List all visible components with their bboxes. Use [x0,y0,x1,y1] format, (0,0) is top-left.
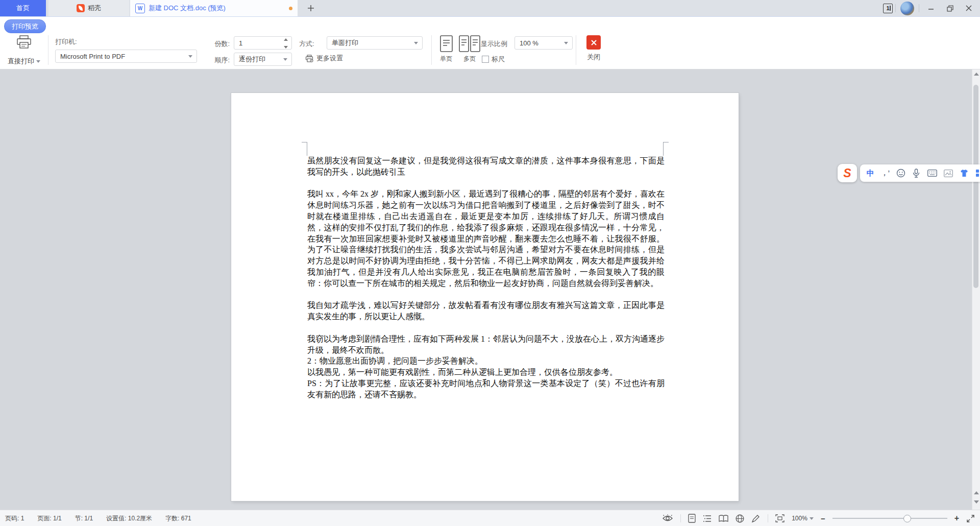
multi-page-button[interactable]: 多页 [458,35,481,63]
skin-icon[interactable] [960,168,969,178]
zoom-slider-track[interactable] [832,518,947,519]
document-paragraph: 我叫 xx，今年 2x 岁，刚和家人搬到新小区，最近遇到了很糟心的事，隔壁的邻居… [307,188,665,289]
page-view-button[interactable] [688,514,696,523]
document-paragraph: 以我愚见，第一种可能更有戏剧性，而第二种从逻辑上更加合理，仅供各位朋友参考。 [307,367,665,378]
wps-print-preview-window: { "colors":{"accent":"#4e71f2","close_re… [0,0,980,526]
scale-select[interactable]: 100 % [514,36,573,50]
document-paragraph: PS：为了让故事更完整，应该还要补充时间地点和人物背景这一类基本设定了（笑）不过… [307,378,665,400]
spin-up-icon [284,38,288,41]
close-preview-button[interactable] [586,35,601,50]
zoom-in-button[interactable]: + [954,514,959,523]
divider [895,4,896,12]
document-paragraph [307,289,665,300]
margin-crop-mark [302,142,307,142]
outline-view-button[interactable] [703,515,712,522]
next-page-icon[interactable] [974,500,979,504]
docer-icon [77,4,85,12]
tab-docer-label: 稻壳 [88,4,101,13]
mode-label: 方式: [299,39,314,49]
vertical-scrollbar[interactable] [972,69,980,510]
keyboard-icon[interactable] [927,168,937,178]
more-settings-button[interactable]: 更多设置 [305,54,343,63]
document-page: 虽然朋友没有回复这一条建议，但是我觉得这很有写成文章的潜质，这件事本身很有意思，… [231,93,739,501]
mode-value: 单面打印 [332,38,358,47]
window-manage-button[interactable]: 1 [883,4,891,13]
zoom-slider-handle[interactable] [903,515,911,522]
multi-page-icon [459,35,480,52]
document-paragraph: 我窃以为考虑到剧情合理性，应有如下两种发展 1：邻居认为问题不大，没放在心上，双… [307,333,665,356]
writer-doc-icon: W [135,4,145,13]
printer-settings-icon [305,55,313,62]
status-word-count: 字数: 671 [165,514,191,523]
mic-icon[interactable] [912,168,920,178]
unsaved-dot-icon [289,7,292,10]
ime-panel: 中 ，’ [860,164,980,182]
copies-stepper[interactable] [282,38,289,49]
margin-crop-mark [663,142,664,156]
tab-docer[interactable]: 稻壳 [48,0,129,16]
status-left: 页码: 1 页面: 1/1 节: 1/1 设置值: 10.2厘米 字数: 671 [0,514,191,523]
status-bar: 页码: 1 页面: 1/1 节: 1/1 设置值: 10.2厘米 字数: 671 [0,510,980,526]
printer-label: 打印机: [55,37,77,46]
single-page-icon [440,35,453,52]
chevron-down-icon [414,42,418,44]
document-paragraph: 2：物业愿意出面协调，把问题一步步妥善解决。 [307,355,665,367]
read-mode-button[interactable] [719,515,728,522]
printer-select[interactable]: Microsoft Print to PDF [55,50,197,63]
zoom-slider[interactable] [832,515,947,522]
edit-mode-button[interactable] [751,514,761,523]
print-preview-label: 打印预览 [12,22,38,31]
scroll-up-icon[interactable] [974,73,979,76]
divider [431,35,432,65]
mode-select[interactable]: 单面打印 [327,36,423,50]
toolbox-icon[interactable] [975,168,980,178]
status-right: 100% − + [662,514,980,523]
zoom-out-button[interactable]: − [821,514,825,523]
chinese-mode-icon[interactable]: 中 [866,168,874,178]
order-select[interactable]: 逐份打印 [234,53,292,66]
fullscreen-button[interactable] [966,514,975,523]
document-paragraph [307,178,665,189]
zoom-level-button[interactable]: 100% [792,515,814,522]
single-page-button[interactable]: 单页 [435,35,457,63]
new-tab-button[interactable] [302,0,320,16]
divider [768,514,768,522]
copies-value: 1 [239,39,242,47]
screenshot-icon[interactable] [944,168,953,178]
chevron-down-icon [188,55,192,58]
restore-button[interactable] [943,3,957,14]
avatar[interactable] [900,2,914,15]
scrollbar-thumb[interactable] [973,85,978,288]
single-page-label: 单页 [440,55,452,63]
minimize-button[interactable] [924,3,938,14]
tab-document[interactable]: W 新建 DOC 文档.doc (预览) [130,0,298,16]
spin-down-icon [284,46,288,49]
eye-protect-button[interactable] [662,514,673,522]
margin-crop-mark [307,142,307,156]
chevron-down-icon [564,42,568,44]
document-paragraph: 虽然朋友没有回复这一条建议，但是我觉得这很有写成文章的潜质，这件事本身很有意思，… [307,155,665,178]
window-count-bar-icon [890,6,891,11]
print-preview-pill[interactable]: 打印预览 [4,19,46,33]
close-x-icon [591,39,597,46]
close-icon [966,5,972,11]
close-window-button[interactable] [962,3,976,14]
divider [680,514,681,522]
window-count-icon: 1 [883,4,893,13]
prev-page-icon[interactable] [974,491,979,494]
document-paragraph: 我自知才疏学浅，难以写好关键部分，故发帖看看有没有哪位朋友有雅兴写这篇文章，正因… [307,300,665,322]
web-view-button[interactable] [736,514,744,523]
tab-home-label: 首页 [16,4,30,13]
emoji-icon[interactable] [896,168,905,178]
ruler-label: 标尺 [492,55,505,64]
close-preview-block: 关闭 [582,35,605,62]
order-value: 逐份打印 [239,55,265,64]
ruler-checkbox[interactable]: 标尺 [482,55,505,64]
fit-page-button[interactable] [775,514,785,522]
chevron-down-icon [810,517,814,520]
tab-home[interactable]: 首页 [0,0,46,16]
copies-input[interactable]: 1 [234,36,292,50]
direct-print-button[interactable]: 直接打印 [4,35,44,66]
sogou-logo-icon[interactable]: S [838,164,857,182]
punctuation-icon[interactable]: ，’ [881,168,890,178]
